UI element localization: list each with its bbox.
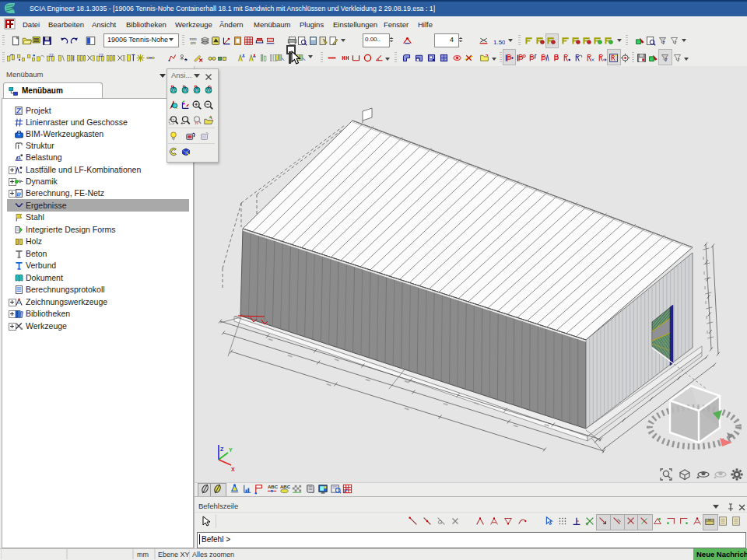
- svg-text:X: X: [231, 467, 235, 472]
- svg-text:1.50: 1.50: [493, 39, 505, 46]
- svg-text:ABC: ABC: [268, 484, 278, 489]
- svg-text:G: G: [438, 520, 442, 525]
- svg-text:cm: cm: [191, 40, 197, 45]
- svg-text:7: 7: [678, 58, 680, 62]
- svg-text:ABC: ABC: [280, 484, 290, 489]
- svg-text:Z: Z: [220, 446, 224, 452]
- svg-text:7: 7: [665, 58, 668, 62]
- svg-text:12: 12: [99, 54, 103, 58]
- svg-text:12: 12: [49, 54, 54, 58]
- svg-text:Y: Y: [229, 447, 233, 453]
- svg-text:7: 7: [663, 40, 665, 45]
- svg-text:7: 7: [675, 40, 677, 45]
